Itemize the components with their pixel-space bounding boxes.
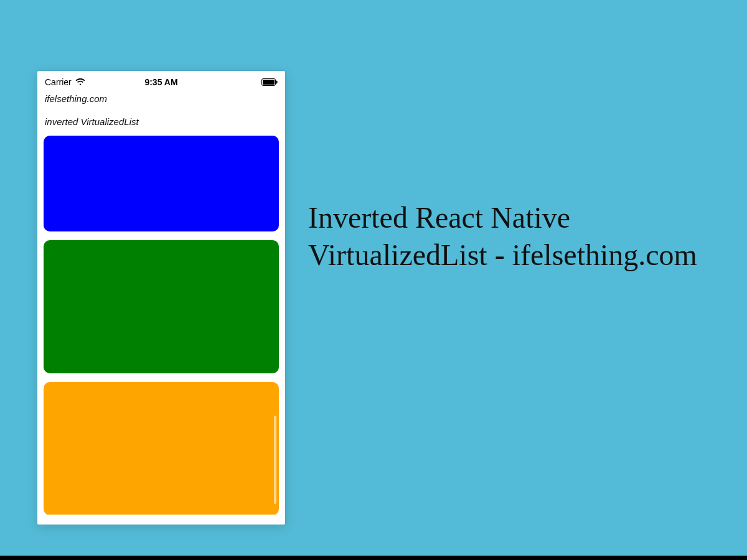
app-subtitle: inverted VirtualizedList (37, 105, 285, 136)
phone-mockup: Carrier 9:35 AM ifelsething.com (37, 71, 285, 525)
status-bar-left: Carrier (45, 77, 85, 87)
virtualized-list[interactable] (37, 136, 285, 515)
carrier-label: Carrier (45, 77, 72, 87)
list-item[interactable] (44, 382, 279, 515)
app-site-label: ifelsething.com (37, 90, 285, 105)
battery-icon (261, 78, 278, 86)
svg-rect-2 (276, 81, 278, 84)
list-item[interactable] (44, 240, 279, 373)
slide-headline: Inverted React Native VirtualizedList - … (308, 199, 722, 274)
slide-canvas: Carrier 9:35 AM ifelsething.com (0, 0, 747, 556)
wifi-icon (75, 78, 85, 86)
svg-rect-1 (263, 80, 275, 85)
status-bar-right (261, 78, 278, 86)
scroll-indicator (274, 416, 276, 504)
status-bar: Carrier 9:35 AM (37, 71, 285, 90)
list-item[interactable] (44, 136, 279, 231)
